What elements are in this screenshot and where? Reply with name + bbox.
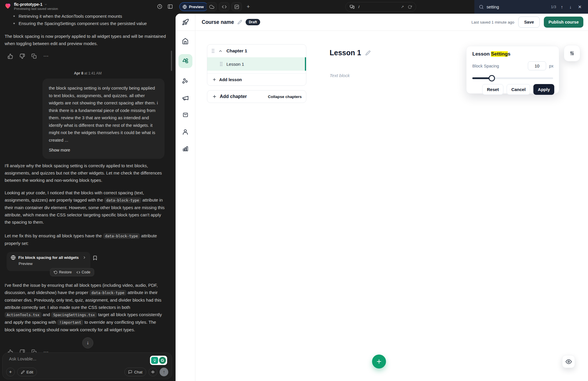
plus-icon: [212, 94, 217, 99]
history-icon[interactable]: [157, 4, 162, 9]
block-spacing-value-input[interactable]: [528, 61, 546, 70]
edit-lesson-title-icon[interactable]: [365, 50, 371, 56]
user-message-bubble: the block spacing setting is only correc…: [42, 79, 165, 159]
code-label: Code: [82, 270, 90, 274]
rocket-icon: [182, 19, 189, 26]
globe-icon: [11, 255, 16, 260]
edit-icon: [21, 370, 25, 374]
paragraph-text: and: [42, 312, 51, 317]
nav-home[interactable]: [178, 37, 192, 45]
save-button[interactable]: Save: [518, 17, 540, 28]
code-button[interactable]: Code: [74, 270, 93, 274]
scroll-to-bottom-button[interactable]: ↓: [82, 337, 93, 348]
cloud-button[interactable]: [206, 2, 217, 11]
lesson-settings-popover: Lesson Settings Block Spacing px Reset C…: [466, 46, 559, 94]
chat-input[interactable]: [9, 356, 119, 361]
send-button[interactable]: ↑: [160, 368, 168, 376]
nav-content-active[interactable]: [178, 54, 192, 68]
nav-marketing[interactable]: [178, 94, 192, 102]
thumbs-up-icon[interactable]: [6, 53, 14, 59]
cloud-icon: [209, 4, 214, 9]
restore-label: Restore: [59, 270, 72, 274]
voice-input-button[interactable]: [149, 368, 157, 376]
add-block-fab[interactable]: [372, 355, 386, 368]
find-close-icon[interactable]: ✕: [576, 4, 583, 10]
voice-waveform-icon: [151, 370, 155, 374]
find-in-page-bar: 1/3 ↑ ↓ ✕: [474, 0, 588, 14]
assistant-paragraph: I've fixed the issue by ensuring that al…: [5, 282, 167, 333]
app-preview: Course name Draft Last saved 1 minute ag…: [176, 14, 588, 381]
open-external-icon[interactable]: ↗: [401, 5, 404, 9]
project-name-menu[interactable]: flc-prototype-1: [14, 2, 47, 7]
cancel-button[interactable]: Cancel: [507, 84, 530, 95]
add-chapter-button[interactable]: Add chapter: [220, 94, 247, 99]
preview-url-bar[interactable]: / ↗: [345, 2, 416, 12]
app-header: Course name Draft Last saved 1 minute ag…: [195, 14, 588, 31]
lesson-title: Lesson 1: [330, 49, 361, 57]
url-path: /: [358, 5, 360, 9]
inline-code: data-block-type: [103, 233, 140, 239]
drag-handle-icon[interactable]: [220, 62, 223, 66]
megaphone-icon: [182, 95, 189, 102]
paragraph-text: Let me fix this by ensuring all block ty…: [5, 233, 103, 238]
settings-title-text: s: [508, 51, 510, 57]
edit-course-name-icon[interactable]: [237, 20, 242, 24]
assistant-paragraph: Looking at your code, I noticed that the…: [5, 189, 167, 226]
text-block-placeholder[interactable]: Text block: [330, 73, 350, 78]
add-lesson-button[interactable]: Add lesson: [207, 73, 306, 86]
attach-button[interactable]: +: [6, 368, 15, 376]
plus-icon: [376, 358, 382, 365]
code-view-button[interactable]: [219, 2, 229, 11]
block-spacing-label: Block Spacing: [472, 64, 499, 68]
grammarly-widget[interactable]: G: [150, 356, 167, 365]
find-previous-icon[interactable]: ↑: [559, 4, 565, 9]
lovable-logo-icon[interactable]: [4, 2, 12, 10]
chat-panel: Retrieving it when the ActionTools compo…: [0, 0, 176, 381]
bookmark-icon[interactable]: [92, 255, 98, 261]
settings-toggle-button[interactable]: [564, 45, 580, 61]
chat-scrollbar[interactable]: [171, 51, 172, 71]
nav-profile[interactable]: [178, 128, 192, 136]
nav-analytics[interactable]: [178, 145, 192, 152]
chat-mode-label: Chat: [134, 370, 142, 374]
chat-mode-button[interactable]: Chat: [124, 368, 146, 376]
lesson-list-item-selected[interactable]: Lesson 1: [207, 57, 306, 71]
analytics-button[interactable]: [231, 2, 242, 11]
settings-title-text: Lesson: [472, 51, 491, 57]
assistant-paragraph: Let me fix this by ensuring all block ty…: [5, 232, 167, 247]
refresh-icon[interactable]: [408, 5, 412, 9]
devices-icon: [350, 4, 355, 9]
app-logo[interactable]: [176, 14, 195, 31]
code-icon: [76, 270, 80, 274]
find-input[interactable]: [487, 5, 530, 9]
restore-button[interactable]: Restore: [51, 270, 74, 274]
publish-course-button[interactable]: Publish course: [544, 17, 583, 28]
nav-community[interactable]: [178, 77, 192, 85]
toggle-sidebar-icon[interactable]: [167, 4, 173, 9]
show-more-link[interactable]: Show more: [49, 147, 70, 154]
thumbs-down-icon[interactable]: [18, 53, 26, 59]
version-actions: Restore Code: [50, 268, 94, 276]
slider-thumb[interactable]: [489, 75, 495, 81]
code-icon: [222, 4, 227, 9]
more-options-icon[interactable]: ⋯: [42, 53, 50, 59]
pocket-icon: [182, 112, 189, 118]
preview-toggle-button[interactable]: [562, 355, 575, 368]
top-bar: flc-prototype-1 Previewing last saved ve…: [0, 0, 588, 14]
nav-inbox[interactable]: [178, 111, 192, 119]
chapter-title[interactable]: Chapter 1: [226, 48, 247, 54]
drag-handle-icon[interactable]: [212, 49, 215, 53]
add-tab-button[interactable]: +: [244, 2, 252, 11]
reset-button[interactable]: Reset: [482, 84, 503, 95]
course-name: Course name: [202, 19, 234, 25]
preview-button[interactable]: Preview: [179, 2, 208, 11]
inline-code: data-block-type: [104, 197, 141, 203]
collapse-chapter-icon[interactable]: [218, 49, 223, 53]
apply-button[interactable]: Apply: [533, 84, 554, 95]
copy-icon[interactable]: [30, 53, 38, 59]
find-next-icon[interactable]: ↓: [568, 4, 573, 9]
block-spacing-slider[interactable]: [472, 75, 554, 81]
edit-mode-button[interactable]: Edit: [17, 368, 37, 376]
collapse-chapters-button[interactable]: Collapse chapters: [268, 95, 302, 99]
bar-chart-icon: [182, 145, 189, 152]
